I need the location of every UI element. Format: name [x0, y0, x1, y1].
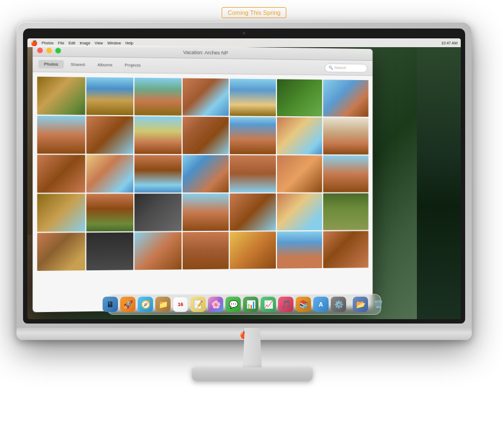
- dock-icon-safari[interactable]: 🧭: [138, 297, 153, 312]
- tab-photos[interactable]: Photos: [38, 60, 64, 69]
- menubar-view[interactable]: View: [95, 41, 103, 45]
- menubar-image[interactable]: Image: [80, 41, 90, 45]
- photo-cell[interactable]: [86, 116, 133, 154]
- photo-cell[interactable]: [86, 77, 133, 115]
- photo-cell[interactable]: [277, 155, 323, 192]
- dock-icon-folder2[interactable]: 📂: [353, 297, 368, 312]
- search-input[interactable]: 🔍 Search: [325, 63, 368, 72]
- dock-icon-notes[interactable]: 📝: [190, 297, 206, 312]
- photo-cell[interactable]: [37, 232, 85, 271]
- photo-cell[interactable]: [230, 117, 276, 154]
- dock-icon-keynote[interactable]: 📊: [243, 297, 258, 312]
- monitor-chin: 🍎: [16, 328, 472, 340]
- tab-albums[interactable]: Albums: [92, 60, 118, 69]
- minimize-button[interactable]: [46, 48, 52, 53]
- zoom-button[interactable]: [55, 48, 61, 53]
- apple-menu[interactable]: 🍎: [31, 40, 37, 46]
- photo-cell[interactable]: [230, 194, 276, 231]
- photo-cell[interactable]: [134, 155, 181, 193]
- menubar-photos[interactable]: Photos: [42, 41, 54, 45]
- photos-window: Vacation: Arches NP Photos Shared Albums…: [32, 44, 372, 313]
- dock-icon-launchpad[interactable]: 🚀: [120, 297, 135, 312]
- webcam: [243, 32, 246, 35]
- dock-icon-appstore[interactable]: A: [313, 297, 329, 312]
- menubar: 🍎 Photos File Edit Image View Window Hel…: [27, 38, 461, 47]
- dock-icon-ibooks[interactable]: 📚: [296, 297, 311, 312]
- menubar-right: 10:47 AM: [441, 41, 457, 45]
- tab-shared[interactable]: Shared: [65, 60, 91, 69]
- close-button[interactable]: [37, 47, 43, 53]
- photo-grid: [32, 72, 372, 276]
- photo-cell[interactable]: [183, 155, 229, 192]
- menubar-help[interactable]: Help: [126, 41, 133, 45]
- photo-cell[interactable]: [183, 78, 229, 116]
- photo-cell[interactable]: [324, 80, 369, 117]
- photo-cell[interactable]: [86, 155, 133, 192]
- dock-icon-messages[interactable]: 💬: [225, 297, 241, 312]
- dock-icon-finder[interactable]: 🖥: [103, 297, 118, 312]
- photo-cell[interactable]: [183, 194, 229, 231]
- stand-base: [192, 367, 313, 381]
- photo-cell[interactable]: [37, 77, 85, 115]
- photo-cell[interactable]: [277, 194, 323, 231]
- window-title: Vacation: Arches NP: [183, 49, 228, 55]
- photo-cell[interactable]: [86, 232, 133, 270]
- tab-projects[interactable]: Projects: [119, 61, 146, 70]
- menubar-window[interactable]: Window: [108, 41, 121, 45]
- photo-cell[interactable]: [230, 155, 276, 192]
- photo-cell[interactable]: [37, 155, 85, 192]
- menubar-time: 10:47 AM: [441, 41, 457, 45]
- dock-icon-trash[interactable]: 🗑️: [370, 297, 386, 312]
- tree-decoration: [417, 38, 461, 319]
- photo-cell[interactable]: [183, 117, 229, 154]
- menubar-edit[interactable]: Edit: [69, 41, 75, 45]
- photo-cell[interactable]: [324, 156, 369, 192]
- photo-cell[interactable]: [37, 116, 85, 154]
- photo-cell[interactable]: [134, 78, 181, 116]
- photo-cell[interactable]: [277, 79, 323, 116]
- dock-icon-folder[interactable]: 📁: [155, 297, 171, 312]
- photo-cell[interactable]: [324, 117, 369, 154]
- photo-cell[interactable]: [230, 78, 276, 116]
- dock-icon-syspref[interactable]: ⚙️: [331, 297, 346, 312]
- photo-cell[interactable]: [86, 194, 133, 231]
- dock-icon-itunes[interactable]: 🎵: [278, 297, 293, 312]
- photo-cell[interactable]: [230, 231, 276, 269]
- imac: 🍎 Photos File Edit Image View Window Hel…: [16, 22, 488, 433]
- photo-cell[interactable]: [134, 232, 181, 270]
- screen: 🍎 Photos File Edit Image View Window Hel…: [27, 38, 461, 319]
- menubar-file[interactable]: File: [58, 41, 64, 45]
- dock: 🖥 🚀 🧭 📁 16 📝 🌸 💬 📊 📈 🎵 📚 A ⚙️: [107, 294, 381, 315]
- photo-cell[interactable]: [277, 117, 323, 155]
- photo-cell[interactable]: [134, 194, 181, 231]
- screen-bezel: 🍎 Photos File Edit Image View Window Hel…: [23, 29, 465, 324]
- monitor-bezel: 🍎 Photos File Edit Image View Window Hel…: [16, 22, 472, 340]
- coming-this-spring-badge: Coming This Spring: [222, 7, 286, 18]
- photo-cell[interactable]: [183, 232, 229, 270]
- dock-icon-calendar[interactable]: 16: [173, 297, 188, 312]
- photo-cell[interactable]: [324, 194, 369, 230]
- photo-cell[interactable]: [277, 231, 323, 269]
- photo-cell[interactable]: [37, 194, 85, 231]
- dock-icon-numbers[interactable]: 📈: [261, 297, 276, 312]
- dock-icon-photos[interactable]: 🌸: [208, 297, 223, 312]
- photo-cell[interactable]: [134, 116, 181, 154]
- page-wrapper: Coming This Spring 🍎 Photos File: [0, 0, 503, 448]
- photo-cell[interactable]: [324, 231, 369, 268]
